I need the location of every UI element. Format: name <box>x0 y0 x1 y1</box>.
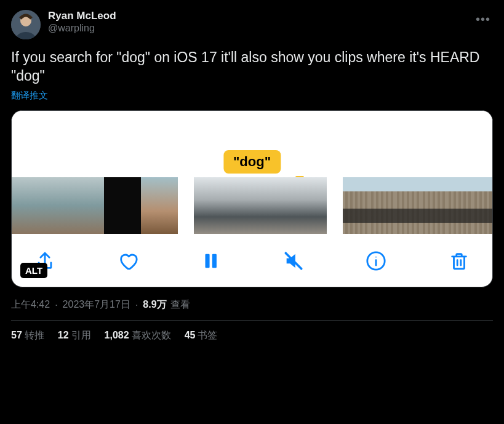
info-icon[interactable] <box>364 249 388 273</box>
trash-icon[interactable] <box>447 249 471 273</box>
thumbnail-frame <box>12 177 30 234</box>
stats-row: 57转推 12引用 1,082喜欢次数 45书签 <box>11 321 493 342</box>
author-names[interactable]: Ryan McLeod @warpling <box>48 10 466 34</box>
stat-count: 1,082 <box>105 330 129 340</box>
time[interactable]: 上午4:42 <box>11 298 50 311</box>
thumbnail-frame <box>260 177 294 234</box>
separator: · <box>55 300 57 311</box>
views-label: 查看 <box>170 298 190 311</box>
stat-label: 书签 <box>198 330 217 340</box>
thumbnail-frame <box>67 177 86 234</box>
pause-icon[interactable] <box>198 249 223 273</box>
stat-count: 12 <box>58 330 69 340</box>
thumbnail-frame <box>446 177 472 234</box>
thumbnail-frame <box>227 177 260 234</box>
thumbnail-frame <box>30 177 49 234</box>
views-count[interactable]: 8.9万 <box>143 298 166 311</box>
heart-icon[interactable] <box>116 249 140 273</box>
thumbnail-frame <box>159 177 178 234</box>
thumbnail-frame <box>394 177 420 234</box>
thumbnail-frame <box>49 177 67 234</box>
stat-label: 转推 <box>25 330 44 340</box>
tweet-header: Ryan McLeod @warpling ••• <box>11 10 493 39</box>
translate-link[interactable]: 翻译推文 <box>11 90 493 102</box>
avatar[interactable] <box>11 10 41 39</box>
video-timeline[interactable] <box>12 177 492 234</box>
thumbnail-frame <box>194 177 227 234</box>
mute-icon[interactable] <box>281 249 306 273</box>
clip-group-3[interactable] <box>343 177 493 234</box>
thumbnail-frame <box>294 177 327 234</box>
likes-stat[interactable]: 1,082喜欢次数 <box>105 329 171 342</box>
retweets-stat[interactable]: 57转推 <box>11 329 44 342</box>
svg-rect-2 <box>206 254 210 268</box>
meta-row: 上午4:42 · 2023年7月17日 · 8.9万 查看 <box>11 298 493 321</box>
clip-group-1[interactable] <box>12 177 178 234</box>
tweet-text: If you search for "dog" on iOS 17 it'll … <box>11 48 493 85</box>
keyword-pill: "dog" <box>223 150 281 174</box>
display-name: Ryan McLeod <box>48 10 466 22</box>
bookmarks-stat[interactable]: 45书签 <box>185 329 218 342</box>
thumbnail-frame <box>472 177 493 234</box>
stat-label: 引用 <box>71 330 91 340</box>
stat-label: 喜欢次数 <box>132 330 171 340</box>
clip-group-2[interactable] <box>194 177 327 234</box>
thumbnail-frame <box>420 177 446 234</box>
thumbnail-frame <box>369 177 394 234</box>
alt-badge[interactable]: ALT <box>20 263 47 278</box>
thumbnail-frame <box>343 177 369 234</box>
media-card: "dog" <box>11 110 493 287</box>
thumbnail-frame <box>104 177 122 234</box>
media-toolbar <box>12 234 492 279</box>
tweet-container: Ryan McLeod @warpling ••• If you search … <box>0 0 504 342</box>
svg-point-6 <box>376 257 377 258</box>
handle: @warpling <box>48 22 466 34</box>
separator: · <box>135 300 138 311</box>
thumbnail-frame <box>122 177 141 234</box>
stat-count: 57 <box>11 330 22 340</box>
quotes-stat[interactable]: 12引用 <box>58 329 91 342</box>
media-header-area: "dog" <box>12 111 492 174</box>
thumbnail-frame <box>141 177 159 234</box>
more-icon[interactable]: ••• <box>473 10 493 29</box>
thumbnail-frame <box>86 177 104 234</box>
svg-rect-3 <box>212 254 217 268</box>
stat-count: 45 <box>185 330 196 340</box>
date[interactable]: 2023年7月17日 <box>63 298 130 311</box>
